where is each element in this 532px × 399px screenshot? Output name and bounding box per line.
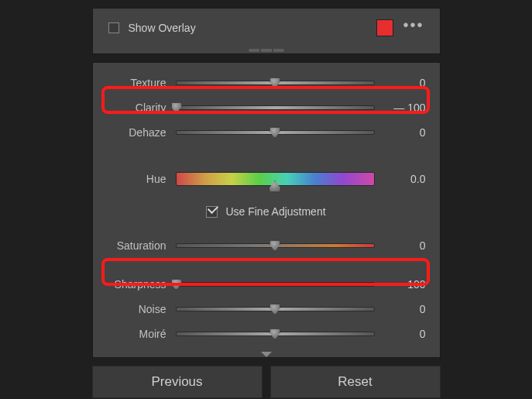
sharpness-row: Sharpness — 100 — [104, 272, 429, 297]
texture-label: Texture — [104, 77, 170, 89]
moire-thumb[interactable] — [269, 328, 281, 340]
panel-wrapper: Show Overlay ••• Texture 0 Clarity — [92, 8, 441, 398]
noise-slider[interactable] — [176, 307, 375, 311]
clarity-thumb[interactable] — [170, 102, 182, 114]
show-overlay-label: Show Overlay — [129, 22, 196, 34]
saturation-value[interactable]: 0 — [381, 239, 429, 252]
saturation-slider[interactable] — [176, 243, 375, 248]
overlay-section: Show Overlay ••• — [92, 8, 441, 54]
dehaze-label: Dehaze — [104, 126, 170, 139]
clarity-slider[interactable] — [176, 105, 375, 110]
show-overlay-checkbox[interactable] — [108, 22, 119, 33]
sharpness-slider[interactable] — [176, 282, 375, 287]
dehaze-thumb[interactable] — [269, 127, 281, 139]
reset-button[interactable]: Reset — [270, 366, 441, 398]
dehaze-value[interactable]: 0 — [381, 126, 429, 139]
hue-thumb[interactable] — [269, 181, 281, 193]
chevron-down-icon[interactable] — [261, 352, 272, 357]
noise-thumb[interactable] — [269, 304, 281, 315]
saturation-row: Saturation 0 — [104, 233, 429, 258]
overlay-left: Show Overlay — [108, 22, 196, 34]
drag-grip-icon[interactable] — [249, 49, 284, 52]
moire-row: Moiré 0 — [104, 322, 429, 346]
moire-slider[interactable] — [176, 332, 375, 336]
sharpness-value[interactable]: — 100 — [381, 278, 429, 291]
saturation-label: Saturation — [104, 239, 170, 252]
fine-adjustment-row: Use Fine Adjustment — [104, 196, 429, 227]
texture-value[interactable]: 0 — [381, 77, 429, 89]
noise-label: Noise — [104, 303, 170, 315]
texture-slider[interactable] — [176, 81, 375, 85]
noise-value[interactable]: 0 — [381, 303, 429, 315]
fine-adjustment-label: Use Fine Adjustment — [225, 205, 325, 218]
sliders-section: Texture 0 Clarity — 100 Dehaze 0 Hue — [92, 62, 441, 358]
clarity-value[interactable]: — 100 — [381, 101, 429, 114]
hue-slider[interactable] — [176, 172, 375, 186]
sharpness-thumb[interactable] — [170, 279, 182, 291]
clarity-row: Clarity — 100 — [104, 95, 429, 120]
fine-adjustment-checkbox[interactable] — [206, 206, 218, 218]
overlay-right: ••• — [376, 19, 424, 36]
previous-button[interactable]: Previous — [92, 366, 263, 398]
dehaze-slider[interactable] — [176, 130, 375, 135]
buttons-row: Previous Reset — [92, 366, 441, 398]
noise-row: Noise 0 — [104, 297, 429, 322]
hue-row: Hue 0.0 — [104, 163, 429, 194]
clarity-label: Clarity — [104, 101, 170, 114]
dehaze-row: Dehaze 0 — [104, 120, 429, 145]
sharpness-label: Sharpness — [104, 278, 170, 291]
moire-value[interactable]: 0 — [381, 328, 429, 340]
overlay-color-swatch[interactable] — [376, 19, 393, 36]
more-options-icon[interactable]: ••• — [403, 21, 424, 35]
moire-label: Moiré — [104, 328, 170, 340]
overlay-bar: Show Overlay ••• — [104, 16, 429, 40]
texture-thumb[interactable] — [269, 77, 281, 89]
saturation-thumb[interactable] — [269, 240, 281, 252]
texture-row: Texture 0 — [104, 71, 429, 95]
hue-label: Hue — [104, 173, 170, 185]
hue-value[interactable]: 0.0 — [381, 173, 429, 185]
